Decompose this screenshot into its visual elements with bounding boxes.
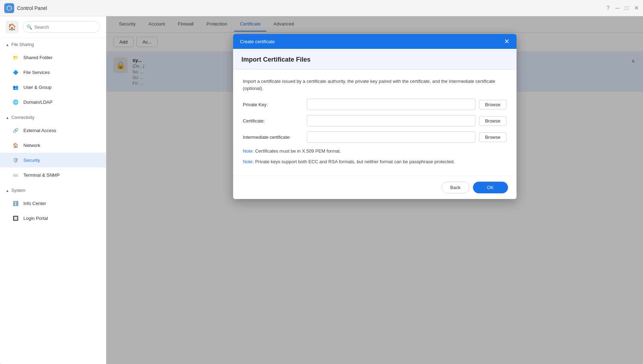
network-icon: 🏠 — [11, 141, 20, 149]
form-row-private-key: Private Key: Browse — [243, 99, 507, 110]
login-icon: 🔲 — [11, 214, 20, 222]
chevron-down-icon: ▲ — [6, 43, 9, 47]
sidebar-item-label: Shared Folder — [23, 55, 52, 60]
user-group-icon: 👥 — [11, 83, 20, 91]
window-title: Control Panel — [17, 5, 607, 11]
app-window: Control Panel ? ─ □ ✕ 🏠 🔍 ▲ File Shar — [0, 0, 643, 364]
sidebar-item-label: Security — [23, 158, 40, 163]
intermediate-label: Intermediate certificate: — [243, 135, 303, 140]
maximize-button[interactable]: □ — [625, 5, 628, 11]
folder-icon: 📁 — [11, 53, 20, 62]
sidebar-item-label: File Services — [23, 70, 50, 75]
home-button[interactable]: 🏠 — [6, 21, 18, 33]
sidebar-item-info-center[interactable]: ℹ️ Info Center — [0, 196, 106, 211]
sidebar-item-login-portal[interactable]: 🔲 Login Portal — [0, 211, 106, 226]
minimize-button[interactable]: ─ — [615, 5, 619, 11]
section-label-connectivity: Connectivity — [11, 115, 34, 120]
form-row-certificate: Certificate: Browse — [243, 115, 507, 126]
sidebar-item-label: Login Portal — [23, 216, 48, 221]
chevron-down-icon: ▲ — [6, 116, 9, 120]
sidebar-item-file-services[interactable]: 🔷 File Services — [0, 65, 106, 80]
note-1-label: Note: — [243, 148, 254, 154]
sidebar-item-label: User & Group — [23, 85, 51, 90]
main-layout: 🏠 🔍 ▲ File Sharing 📁 Shared Folder 🔷 — [0, 16, 643, 364]
domain-icon: 🌐 — [11, 98, 20, 106]
browse-private-key-button[interactable]: Browse — [479, 100, 506, 109]
modal-body: Import a certificate issued by a certifi… — [233, 69, 517, 176]
modal-title: Import Certificate Files — [242, 56, 508, 63]
modal-close-button[interactable]: ✕ — [504, 38, 509, 45]
intermediate-input[interactable] — [307, 131, 476, 143]
note-2-label: Note: — [243, 159, 254, 164]
sidebar-item-label: Network — [23, 143, 40, 148]
title-bar: Control Panel ? ─ □ ✕ — [0, 0, 643, 16]
chevron-down-icon: ▲ — [6, 189, 9, 193]
search-icon: 🔍 — [27, 24, 32, 30]
section-header-system[interactable]: ▲ System — [0, 185, 106, 196]
section-file-sharing: ▲ File Sharing 📁 Shared Folder 🔷 File Se… — [0, 38, 106, 111]
sidebar-item-shared-folder[interactable]: 📁 Shared Folder — [0, 50, 106, 65]
section-connectivity: ▲ Connectivity 🔗 External Access 🏠 Netwo… — [0, 111, 106, 184]
back-button[interactable]: Back — [441, 182, 469, 193]
modal-overlay[interactable]: Create certificate ✕ Import Certificate … — [106, 16, 643, 364]
sidebar-item-network[interactable]: 🏠 Network — [0, 138, 106, 153]
sidebar-item-label: Info Center — [23, 201, 46, 206]
note-1: Note: Certificates must be in X.509 PEM … — [243, 148, 507, 155]
close-button[interactable]: ✕ — [634, 5, 639, 11]
modal-header: Create certificate ✕ — [233, 34, 517, 49]
sidebar-item-label: Terminal & SNMP — [23, 172, 60, 178]
ok-button[interactable]: OK — [473, 182, 508, 193]
browse-certificate-button[interactable]: Browse — [479, 116, 506, 126]
form-row-intermediate: Intermediate certificate: Browse — [243, 131, 507, 143]
section-header-file-sharing[interactable]: ▲ File Sharing — [0, 39, 106, 50]
section-label-file-sharing: File Sharing — [11, 42, 34, 47]
certificate-input[interactable] — [307, 115, 476, 126]
sidebar-item-user-group[interactable]: 👥 User & Group — [0, 80, 106, 95]
search-input[interactable] — [34, 24, 96, 30]
private-key-input[interactable] — [307, 99, 476, 110]
file-services-icon: 🔷 — [11, 68, 20, 76]
modal-header-title: Create certificate — [240, 39, 275, 44]
window-controls: ? ─ □ ✕ — [607, 5, 639, 11]
sidebar-item-terminal-snmp[interactable]: ⌨️ Terminal & SNMP — [0, 167, 106, 182]
sidebar-item-domain-ldap[interactable]: 🌐 Domain/LDAP — [0, 95, 106, 109]
section-system: ▲ System ℹ️ Info Center 🔲 Login Portal — [0, 184, 106, 227]
section-label-system: System — [11, 188, 26, 193]
external-access-icon: 🔗 — [11, 126, 20, 135]
security-icon: 🛡️ — [11, 156, 20, 164]
sidebar-item-security[interactable]: 🛡️ Security — [0, 153, 106, 167]
modal-subheader: Import Certificate Files — [233, 49, 517, 69]
note-1-text: Certificates must be in X.509 PEM format… — [254, 148, 341, 154]
browse-intermediate-button[interactable]: Browse — [479, 132, 506, 142]
note-2-text: Private keys support both ECC and RSA fo… — [254, 159, 455, 164]
private-key-label: Private Key: — [243, 102, 303, 107]
sidebar-item-label: Domain/LDAP — [23, 99, 52, 105]
search-box[interactable]: 🔍 — [23, 21, 100, 33]
sidebar-item-external-access[interactable]: 🔗 External Access — [0, 123, 106, 138]
create-certificate-modal: Create certificate ✕ Import Certificate … — [233, 34, 517, 199]
sidebar: 🏠 🔍 ▲ File Sharing 📁 Shared Folder 🔷 — [0, 16, 106, 364]
help-button[interactable]: ? — [607, 5, 610, 11]
sidebar-item-label: External Access — [23, 128, 56, 133]
sidebar-home: 🏠 🔍 — [0, 16, 106, 38]
modal-footer: Back OK — [233, 176, 517, 199]
info-icon: ℹ️ — [11, 199, 20, 207]
app-icon — [4, 3, 14, 13]
section-header-connectivity[interactable]: ▲ Connectivity — [0, 112, 106, 123]
terminal-icon: ⌨️ — [11, 171, 20, 179]
content-area: Security Account Firewall Protection Cer… — [106, 16, 643, 364]
note-2: Note: Private keys support both ECC and … — [243, 158, 507, 165]
certificate-label: Certificate: — [243, 118, 303, 124]
modal-description: Import a certificate issued by a certifi… — [243, 78, 507, 92]
